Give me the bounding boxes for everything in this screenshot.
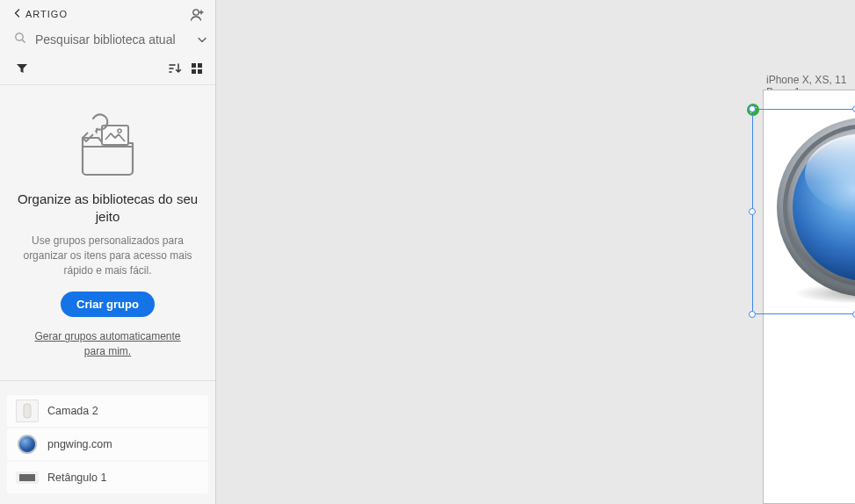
chevron-left-icon bbox=[14, 9, 20, 19]
back-label: ARTIGO bbox=[25, 9, 68, 19]
panel-title: Organize as bibliotecas do seu jeito bbox=[12, 191, 203, 225]
library-item[interactable]: Retângulo 1 bbox=[7, 462, 208, 493]
libraries-sidebar: ARTIGO bbox=[0, 0, 216, 504]
selection-handle[interactable] bbox=[749, 208, 756, 215]
item-label: Camada 2 bbox=[47, 405, 98, 417]
item-label: Retângulo 1 bbox=[47, 472, 106, 484]
search-row bbox=[0, 26, 215, 55]
selection-handle[interactable] bbox=[749, 311, 756, 318]
grid-view-icon[interactable] bbox=[191, 62, 203, 77]
item-thumbnail bbox=[16, 472, 39, 484]
auto-generate-link[interactable]: Gerar grupos automaticamente para mim. bbox=[12, 329, 203, 359]
svg-rect-6 bbox=[102, 126, 128, 145]
library-item[interactable]: pngwing.com bbox=[7, 428, 208, 460]
svg-rect-2 bbox=[192, 63, 196, 68]
organize-panel: Organize as bibliotecas do seu jeito Use… bbox=[0, 85, 215, 375]
library-items-list: Camada 2 pngwing.com Retângulo 1 bbox=[0, 393, 215, 504]
selection-handle[interactable] bbox=[749, 105, 756, 112]
item-thumbnail bbox=[18, 435, 37, 454]
folder-illustration-icon bbox=[69, 106, 148, 178]
link-badge-icon bbox=[747, 104, 759, 116]
panel-description: Use grupos personalizados para organizar… bbox=[12, 234, 203, 277]
svg-rect-5 bbox=[198, 69, 202, 74]
chevron-down-icon[interactable] bbox=[198, 34, 207, 45]
svg-rect-8 bbox=[24, 404, 31, 418]
svg-point-0 bbox=[193, 10, 199, 15]
back-button[interactable]: ARTIGO bbox=[14, 9, 68, 19]
search-input[interactable] bbox=[35, 32, 189, 47]
sort-icon[interactable] bbox=[168, 62, 182, 77]
item-thumbnail bbox=[16, 400, 39, 422]
svg-rect-3 bbox=[198, 63, 202, 68]
library-item[interactable]: Camada 2 bbox=[7, 395, 208, 427]
divider bbox=[0, 380, 215, 381]
svg-rect-4 bbox=[192, 69, 196, 74]
library-toolbar bbox=[0, 55, 215, 85]
create-group-button[interactable]: Criar grupo bbox=[61, 292, 155, 317]
search-icon bbox=[14, 32, 26, 47]
sidebar-header: ARTIGO bbox=[0, 0, 215, 26]
canvas[interactable]: iPhone X, XS, 11 Pro – 1 bbox=[216, 0, 855, 504]
item-label: pngwing.com bbox=[47, 438, 112, 450]
filter-icon[interactable] bbox=[16, 63, 28, 76]
selected-image[interactable] bbox=[773, 111, 855, 306]
toolbar-right bbox=[168, 62, 203, 77]
invite-user-icon[interactable] bbox=[189, 7, 203, 21]
